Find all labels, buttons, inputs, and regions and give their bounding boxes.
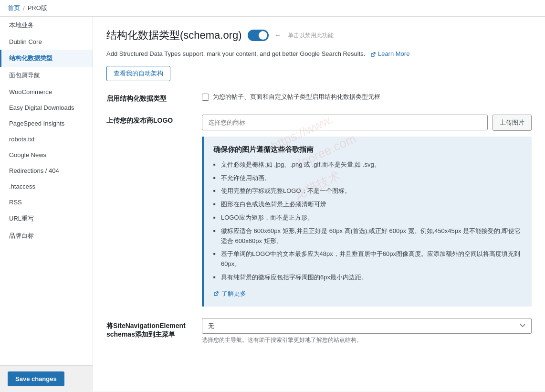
feature-toggle[interactable] [248,30,269,41]
enable-checkbox[interactable] [202,94,209,101]
auto-schema-button[interactable]: 查看我的自动架构 [106,66,170,81]
breadcrumb-home[interactable]: 首页 [8,4,20,12]
sidebar-item-pagespeed[interactable]: PageSpeed Insights [0,116,93,131]
info-list: 文件必须是栅格,如 .jpg、.png 或 .gif,而不是矢量,如 .svg。… [213,160,522,283]
info-box: 确保你的图片遵循这些谷歌指南 文件必须是栅格,如 .jpg、.png 或 .gi… [202,137,532,307]
enable-checkbox-row: 为您的帖子、页面和自定义帖子类型启用结构化数据类型元框 [202,93,532,101]
nav-schema-label: 将SiteNavigationElement schemas添加到主菜单 [106,318,202,339]
sidebar-item-url-rewrite[interactable]: URL重写 [0,210,93,227]
nav-schema-section: 将SiteNavigationElement schemas添加到主菜单 无 选… [106,318,532,344]
page-title: 结构化数据类型(schema.org) [106,28,242,42]
sidebar-item-robots[interactable]: robots.txt [0,131,93,147]
save-button[interactable]: Save changes [8,371,64,386]
nav-schema-control: 无 选择您的主导航。这有助于搜索引擎更好地了解您的站点结构。 [202,318,532,344]
save-bar: Save changes [0,365,93,392]
toggle-hint: 单击以禁用此功能 [288,32,334,40]
info-box-title: 确保你的图片遵循这些谷歌指南 [213,145,522,154]
enable-section: 启用结构化数据类型 为您的帖子、页面和自定义帖子类型启用结构化数据类型元框 [106,93,532,103]
arrow-icon: ← [274,31,282,40]
sidebar: 本地业务 Dublin Core 结构化数据类型 面包屑导航 WooCommer… [0,17,93,392]
enable-label: 启用结构化数据类型 [106,93,202,103]
enable-control: 为您的帖子、页面和自定义帖子类型启用结构化数据类型元框 [202,93,532,101]
info-learn-more-link[interactable]: 了解更多 [221,289,246,298]
toggle-slider [248,30,269,41]
info-list-item: 基于单词的LOGO中的文本最多应为48px，并且垂直居中于60px图像高度。应添… [213,249,522,269]
breadcrumb-current: PRO版 [28,4,47,12]
logo-upload-row: 上传图片 [202,115,532,131]
info-list-item: LOGO应为矩形，而不是正方形。 [213,213,522,223]
sidebar-item-rss[interactable]: RSS [0,194,93,210]
info-learn-more: 了解更多 [213,289,522,298]
learn-more-link[interactable]: Learn More [378,50,409,57]
sidebar-item-google-news[interactable]: Google News [0,147,93,163]
logo-label: 上传您的发布商LOGO [106,115,202,125]
enable-checkbox-label: 为您的帖子、页面和自定义帖子类型启用结构化数据类型元框 [213,93,380,101]
sidebar-item-brand-logo[interactable]: 品牌白标 [0,227,93,244]
logo-section: 上传您的发布商LOGO 上传图片 确保你的图片遵循这些谷歌指南 文件必须是栅格,… [106,115,532,307]
info-external-link-icon [213,291,219,297]
info-list-item: 图形在白色或浅色背景上必须清晰可辨 [213,200,522,210]
info-list-item: 不允许使用动画。 [213,173,522,183]
nav-schema-select[interactable]: 无 [202,318,532,334]
top-bar: 首页 / PRO版 [0,0,545,17]
info-list-item: 具有纯背景的徽标应包括字标周围的6px最小内边距。 [213,273,522,283]
sidebar-item-easy-digital[interactable]: Easy Digital Downloads [0,100,93,116]
page-description: Add Structured Data Types support, mark … [106,49,532,59]
sidebar-item-woocommerce[interactable]: WooCommerce [0,84,93,100]
logo-control: 上传图片 确保你的图片遵循这些谷歌指南 文件必须是栅格,如 .jpg、.png … [202,115,532,307]
sidebar-item-local-business[interactable]: 本地业务 [0,17,93,34]
info-list-item: 文件必须是栅格,如 .jpg、.png 或 .gif,而不是矢量,如 .svg。 [213,160,522,170]
sidebar-item-structured-data[interactable]: 结构化数据类型 [0,50,93,67]
sidebar-item-redirections[interactable]: Redirections / 404 [0,163,93,179]
upload-button[interactable]: 上传图片 [493,115,532,131]
nav-schema-hint: 选择您的主导航。这有助于搜索引擎更好地了解您的站点结构。 [202,336,532,344]
info-list-item: 徽标应适合 600x60px 矩形,并且正好是 60px 高(首选),或正好 6… [213,226,522,246]
main-content: https://www. dopree.com 龙猫技术 结构化数据类型(sch… [93,17,545,392]
sidebar-item-dublin-core[interactable]: Dublin Core [0,34,93,50]
logo-input[interactable] [202,115,488,130]
info-list-item: 使用完整的字标或完整LOGO；不是一个图标。 [213,186,522,196]
breadcrumb-separator: / [23,5,25,12]
sidebar-item-htaccess[interactable]: .htaccess [0,179,93,194]
sidebar-item-breadcrumb-nav[interactable]: 面包屑导航 [0,67,93,84]
page-header: 结构化数据类型(schema.org) ← 单击以禁用此功能 [106,28,532,42]
external-link-icon [370,52,376,57]
